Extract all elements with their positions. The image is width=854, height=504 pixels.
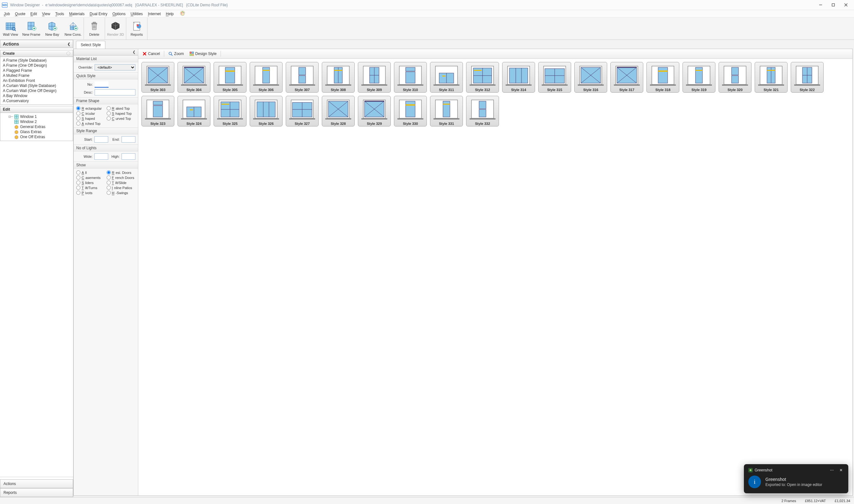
tab-select-style[interactable]: Select Style	[76, 41, 105, 49]
new-cons-button[interactable]: New Cons.	[63, 18, 84, 39]
style-card[interactable]: Style 330	[394, 96, 427, 126]
style-card[interactable]: Style 331	[430, 96, 463, 126]
edit-header[interactable]: Edit	[0, 106, 73, 113]
desc-input[interactable]	[94, 89, 136, 95]
cancel-button[interactable]: Cancel	[140, 50, 162, 57]
edit-item[interactable]: One Off Extras	[8, 134, 70, 140]
edit-item[interactable]: Window 2	[8, 119, 70, 124]
zoom-button[interactable]: Zoom	[166, 50, 186, 57]
shape-radio-raked-top[interactable]: Raked Top	[107, 106, 136, 110]
style-card[interactable]: Style 332	[466, 96, 499, 126]
menu-internet[interactable]: Internet	[146, 11, 163, 17]
show-radio-casements[interactable]: Casements	[76, 176, 105, 180]
no-input[interactable]	[94, 81, 108, 88]
create-item[interactable]: A Mulled Frame	[0, 73, 73, 78]
style-card[interactable]: Style 303	[141, 62, 174, 93]
show-radio-pivots[interactable]: Pivots	[76, 191, 105, 195]
style-card[interactable]: Style 318	[646, 62, 679, 93]
menu-view[interactable]: View	[40, 11, 52, 17]
palette-icon[interactable]	[178, 10, 187, 17]
create-item[interactable]: A Frame (Style Database)	[0, 58, 73, 63]
create-item[interactable]: A Bay Window	[0, 93, 73, 98]
menu-options[interactable]: Options	[110, 11, 127, 17]
toast-close-icon[interactable]: ✕	[838, 468, 844, 472]
style-card[interactable]: Style 324	[177, 96, 210, 126]
style-card[interactable]: Style 307	[286, 62, 319, 93]
minimize-button[interactable]	[814, 0, 827, 10]
edit-item[interactable]: General Extras	[8, 124, 70, 129]
new-frame-button[interactable]: New Frame	[21, 18, 42, 39]
wall-view-button[interactable]: Wall View	[0, 18, 21, 39]
end-input[interactable]	[122, 136, 136, 143]
style-card[interactable]: Style 312	[466, 62, 499, 93]
style-card[interactable]: Style 305	[213, 62, 246, 93]
style-card[interactable]: Style 320	[718, 62, 751, 93]
show-radio-all[interactable]: All	[76, 170, 105, 175]
style-card[interactable]: Style 328	[322, 96, 355, 126]
shape-radio-curved-top[interactable]: Curved Top	[107, 116, 136, 121]
style-card[interactable]: Style 308	[322, 62, 355, 93]
maximize-button[interactable]	[827, 0, 839, 10]
style-card[interactable]: Style 315	[538, 62, 571, 93]
style-card[interactable]: Style 304	[177, 62, 210, 93]
close-button[interactable]	[839, 0, 852, 10]
menu-edit[interactable]: Edit	[29, 11, 39, 17]
shape-radio-shaped[interactable]: Shaped	[76, 116, 105, 121]
style-card[interactable]: Style 319	[682, 62, 715, 93]
show-radio-tilt-slide[interactable]: Tilt/Slide	[107, 181, 136, 185]
edit-item[interactable]: Glass Extras	[8, 129, 70, 134]
toast-more-icon[interactable]: ⋯	[829, 468, 835, 472]
style-card[interactable]: Style 322	[791, 62, 824, 93]
show-radio-resi-doors[interactable]: Resi. Doors	[107, 170, 136, 175]
style-card[interactable]: Style 327	[286, 96, 319, 126]
create-item[interactable]: A Conservatory	[0, 98, 73, 103]
style-card[interactable]: Style 325	[213, 96, 246, 126]
new-bay-button[interactable]: New Bay	[42, 18, 63, 39]
shape-radio-shaped-top[interactable]: Shaped Top	[107, 111, 136, 115]
menu-dual-entry[interactable]: Dual Entry	[88, 11, 109, 17]
actions-header[interactable]: Actions ❮	[0, 40, 73, 48]
menu-materials[interactable]: Materials	[67, 11, 87, 17]
style-card[interactable]: Style 311	[430, 62, 463, 93]
show-radio-sliders[interactable]: Sliders	[76, 181, 105, 185]
show-radio-french-doors[interactable]: French Doors	[107, 176, 136, 180]
high-input[interactable]	[122, 154, 136, 160]
design-style-button[interactable]: Design Style	[187, 50, 219, 57]
shape-radio-arched-top[interactable]: Arched Top	[76, 122, 105, 126]
create-item[interactable]: A Curtain Wall (One Off Design)	[0, 88, 73, 93]
delete-button[interactable]: Delete	[84, 18, 105, 39]
reports-tab-button[interactable]: Reports	[0, 488, 73, 497]
actions-tab-button[interactable]: Actions	[0, 479, 73, 488]
style-card[interactable]: Style 309	[358, 62, 391, 93]
show-radio-h-swings[interactable]: H-Swings	[107, 191, 136, 195]
style-card[interactable]: Style 314	[502, 62, 535, 93]
menu-help[interactable]: Help	[164, 11, 176, 17]
show-radio-tilt-turns[interactable]: Tilt/Turns	[76, 185, 105, 190]
override-select[interactable]: <default>	[94, 64, 136, 71]
style-card[interactable]: Style 323	[141, 96, 174, 126]
show-radio-inline-patios[interactable]: Inline Patios	[107, 185, 136, 190]
create-item[interactable]: An Exhibition Front	[0, 78, 73, 83]
start-input[interactable]	[94, 136, 108, 143]
edit-item[interactable]: ⊟─Window 1	[8, 114, 70, 119]
style-card[interactable]: Style 310	[394, 62, 427, 93]
menu-utilities[interactable]: Utilities	[129, 11, 145, 17]
shape-radio-circular[interactable]: Circular	[76, 111, 105, 115]
create-item[interactable]: A Flagged Frame	[0, 68, 73, 73]
greenshot-toast[interactable]: Greenshot ⋯ ✕ i Greenshot Exported to: O…	[744, 464, 848, 493]
create-item[interactable]: A Curtain Wall (Style Database)	[0, 83, 73, 88]
menu-job[interactable]: Job	[2, 11, 12, 17]
menu-tools[interactable]: Tools	[53, 11, 66, 17]
menu-quote[interactable]: Quote	[13, 11, 27, 17]
create-item[interactable]: A Frame (One Off Design)	[0, 63, 73, 68]
style-card[interactable]: Style 321	[755, 62, 787, 93]
wide-input[interactable]	[94, 154, 108, 160]
style-card[interactable]: Style 326	[250, 96, 282, 126]
style-card[interactable]: Style 317	[610, 62, 643, 93]
create-header[interactable]: Create	[0, 50, 73, 57]
reports-button[interactable]: Reports	[126, 18, 147, 39]
style-card[interactable]: Style 306	[250, 62, 282, 93]
style-card[interactable]: Style 329	[358, 96, 391, 126]
shape-radio-rectangular[interactable]: Rectangular	[76, 106, 105, 110]
chevron-left-icon[interactable]: ❮	[133, 50, 136, 54]
